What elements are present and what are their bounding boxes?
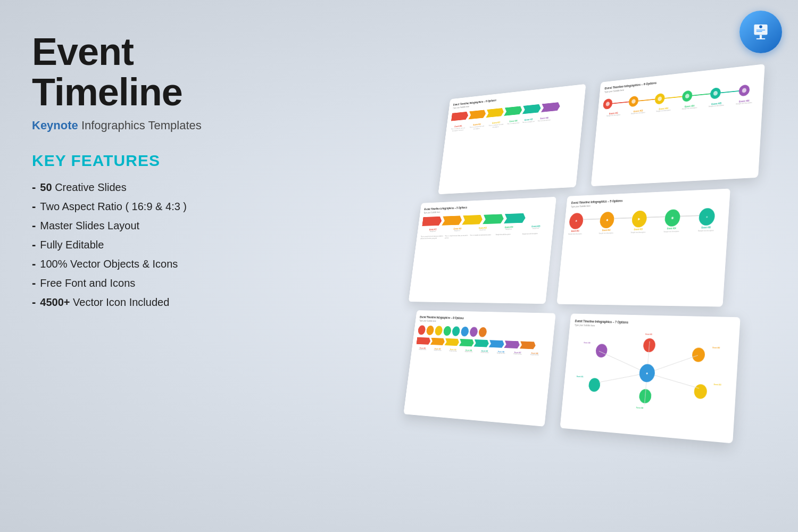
slide-card-4: Event Timeline Infographics – 5 Options … — [556, 188, 730, 306]
feature-list: - 50 Creative Slides - Two Aspect Ratio … — [32, 180, 287, 309]
list-item: - Fully Editable — [32, 238, 287, 252]
left-panel: Event Timeline Keynote Infographics Temp… — [32, 32, 287, 314]
list-item: - Free Font and Icons — [32, 276, 287, 290]
slide-card-2: Event Timeline Infographics – 6 Options … — [591, 64, 765, 186]
list-item: - 50 Creative Slides — [32, 180, 287, 194]
list-item: - Master Slides Layout — [32, 219, 287, 232]
slide-card-1: Event Timeline Infographics – 6 Options … — [438, 84, 586, 194]
key-features-title: KEY FEATURES — [32, 152, 287, 170]
slides-area: Event Timeline Infographics – 6 Options … — [387, 55, 798, 520]
slide-card-5: Event Timeline Infographics – 8 Options … — [403, 310, 555, 427]
subtitle-rest: Infographics Templates — [78, 119, 202, 132]
slide-card-6: Event Timeline Infographics – 7 Options … — [560, 313, 741, 443]
list-item: - 100% Vector Objects & Icons — [32, 257, 287, 271]
keynote-app-icon — [739, 11, 782, 53]
slide-card-3: Event Timeline Infographics – 5 Options … — [409, 197, 556, 304]
svg-point-3 — [759, 25, 762, 28]
subtitle-bold: Keynote — [32, 119, 78, 132]
list-item: - 4500+ Vector Icon Included — [32, 295, 287, 309]
list-item: - Two Aspect Ratio ( 16:9 & 4:3 ) — [32, 200, 287, 213]
svg-rect-1 — [760, 35, 762, 39]
svg-rect-4 — [757, 30, 766, 30]
svg-rect-2 — [757, 38, 766, 39]
keynote-icon-svg — [750, 21, 772, 43]
subtitle: Keynote Infographics Templates — [32, 119, 287, 132]
main-title: Event Timeline — [32, 32, 287, 112]
svg-rect-5 — [757, 31, 762, 32]
